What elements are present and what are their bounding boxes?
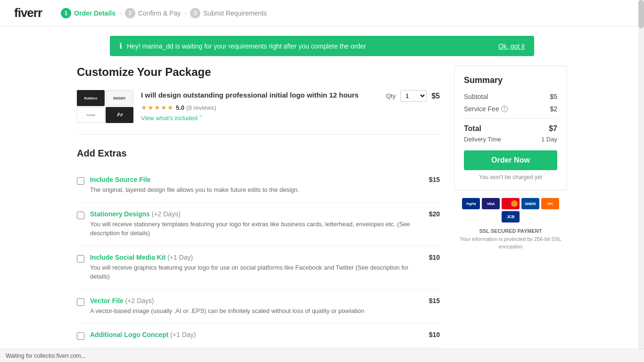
rating-score: 5.0 — [176, 104, 184, 111]
qty-label: Qty — [386, 92, 396, 99]
breadcrumb-step-1: 1 Order Details — [61, 8, 116, 18]
total-value: $7 — [549, 124, 557, 133]
step-label-1: Order Details — [74, 9, 116, 17]
extra-price-4: $10 — [429, 331, 440, 338]
extra-description-2: You will receive graphics featuring your… — [90, 263, 423, 281]
extra-content-3: Vector File (+2 Days) A vector-based ima… — [90, 297, 423, 316]
total-label: Total — [464, 124, 481, 133]
fiverr-logo: fiverr — [14, 6, 42, 20]
ok-got-it-link[interactable]: Ok, got it — [498, 42, 525, 50]
summary-total-row: Total $7 — [464, 124, 557, 133]
rating-stars: ★★★★★ — [141, 104, 174, 111]
extra-price-2: $10 — [429, 254, 440, 261]
summary-delivery-row: Delivery Time 1 Day — [464, 136, 557, 143]
extra-description-3: A vector-based image (usually .AI or .EP… — [90, 306, 423, 316]
summary-service-fee-row: Service Fee ? $2 — [464, 105, 557, 113]
summary-divider — [464, 118, 557, 119]
extra-item-1: Stationery Designs (+2 Days) You will re… — [77, 203, 440, 246]
view-included-link[interactable]: View what's included ˅ — [141, 115, 203, 122]
scrollbar-thumb[interactable] — [638, 0, 644, 28]
ssl-text: SSL SECURED PAYMENT Your information is … — [454, 227, 567, 251]
summary-subtotal-row: Subtotal $5 — [464, 93, 557, 100]
extra-name-4[interactable]: Additional Logo Concept (+1 Day) — [90, 331, 423, 338]
alert-banner: ℹ Hey! marina_dd is waiting for your req… — [110, 36, 534, 56]
status-text: Waiting for collector.fiverr.com... — [6, 353, 86, 359]
extra-name-0[interactable]: Include Source File — [90, 176, 423, 183]
left-column: Customize Your Package Rubbico DOGGY Gra… — [77, 66, 440, 348]
payment-icons: PayPal VISA DINERS DISC JCB — [454, 198, 567, 222]
extra-description-0: The original, layered design file allows… — [90, 185, 423, 195]
product-info: I will design outstanding professional i… — [141, 90, 379, 122]
main-container: Customize Your Package Rubbico DOGGY Gra… — [63, 66, 581, 362]
status-bar: Waiting for collector.fiverr.com... — [0, 349, 644, 362]
extra-item-2: Include Social Media Kit (+1 Day) You wi… — [77, 246, 440, 289]
extra-price-3: $15 — [429, 297, 440, 304]
extra-checkbox-2[interactable] — [77, 255, 84, 263]
subtotal-value: $5 — [550, 93, 557, 100]
extra-description-1: You will receive stationery templates fe… — [90, 220, 423, 238]
product-image-2: DOGGY — [106, 90, 133, 106]
extra-item-0: Include Source File The original, layere… — [77, 168, 440, 203]
rating-row: ★★★★★ 5.0 (8 reviews) — [141, 104, 379, 111]
right-column: Summary Subtotal $5 Service Fee ? $2 Tot… — [454, 66, 567, 348]
scrollbar-track[interactable] — [638, 0, 644, 362]
extra-checkbox-0[interactable] — [77, 177, 84, 185]
extra-content-2: Include Social Media Kit (+1 Day) You wi… — [90, 254, 423, 281]
step-circle-3: 3 — [190, 8, 200, 18]
extra-content-4: Additional Logo Concept (+1 Day) — [90, 331, 423, 338]
summary-panel: Summary Subtotal $5 Service Fee ? $2 Tot… — [454, 66, 567, 190]
breadcrumb-arrow-2: › — [184, 10, 186, 16]
extra-item-4: Additional Logo Concept (+1 Day) $10 — [77, 323, 440, 348]
step-label-2: Confirm & Pay — [138, 9, 181, 17]
not-charged-text: You won't be charged yet — [464, 174, 557, 181]
info-icon: ℹ — [119, 41, 122, 50]
extra-content-1: Stationery Designs (+2 Days) You will re… — [90, 210, 423, 238]
product-title: I will design outstanding professional i… — [141, 90, 379, 100]
product-card: Rubbico DOGGY Grandi ꌛF I will design ou… — [77, 90, 440, 135]
extra-name-1[interactable]: Stationery Designs (+2 Days) — [90, 210, 423, 218]
service-fee-label: Service Fee ? — [464, 105, 508, 113]
discover-icon: DISC — [541, 198, 559, 209]
extra-name-3[interactable]: Vector File (+2 Days) — [90, 297, 423, 304]
extra-item-3: Vector File (+2 Days) A vector-based ima… — [77, 289, 440, 324]
summary-title: Summary — [464, 75, 557, 85]
extra-content-0: Include Source File The original, layere… — [90, 176, 423, 195]
breadcrumb-arrow-1: › — [119, 10, 121, 16]
product-image-1: Rubbico — [77, 90, 105, 106]
extra-price-0: $15 — [429, 176, 440, 183]
extra-checkbox-3[interactable] — [77, 298, 84, 306]
visa-icon: VISA — [482, 198, 500, 209]
breadcrumb: 1 Order Details › 2 Confirm & Pay › 3 Su… — [61, 8, 267, 18]
product-qty-price: Qty 1 2 3 4 5 $5 — [386, 90, 440, 102]
page-title: Customize Your Package — [77, 66, 440, 79]
delivery-label: Delivery Time — [464, 136, 501, 143]
step-circle-1: 1 — [61, 8, 71, 18]
product-price: $5 — [431, 92, 440, 100]
mastercard-icon — [502, 198, 520, 209]
service-fee-help-icon[interactable]: ? — [501, 106, 508, 112]
alert-message: Hey! marina_dd is waiting for your requi… — [127, 42, 494, 50]
breadcrumb-step-2: 2 Confirm & Pay — [125, 8, 181, 18]
step-label-3: Submit Requirements — [203, 9, 267, 17]
breadcrumb-step-3: 3 Submit Requirements — [190, 8, 267, 18]
paypal-icon: PayPal — [462, 198, 480, 209]
header: fiverr 1 Order Details › 2 Confirm & Pay… — [0, 0, 644, 26]
qty-selector[interactable]: 1 2 3 4 5 — [400, 90, 427, 102]
diners-icon: DINERS — [521, 198, 539, 209]
extra-checkbox-4[interactable] — [77, 332, 84, 340]
subtotal-label: Subtotal — [464, 93, 488, 100]
extras-container: Include Source File The original, layere… — [77, 168, 440, 348]
add-extras-title: Add Extras — [77, 148, 440, 159]
extra-checkbox-1[interactable] — [77, 212, 84, 219]
delivery-value: 1 Day — [541, 136, 557, 143]
extra-price-1: $20 — [429, 210, 440, 218]
product-image-3: Grandi — [77, 107, 105, 123]
extra-name-2[interactable]: Include Social Media Kit (+1 Day) — [90, 254, 423, 261]
jcb-icon: JCB — [502, 211, 520, 222]
product-images: Rubbico DOGGY Grandi ꌛF — [77, 90, 133, 123]
rating-count: (8 reviews) — [186, 104, 216, 111]
product-image-4: ꌛF — [106, 107, 133, 123]
step-circle-2: 2 — [125, 8, 135, 18]
service-fee-value: $2 — [550, 105, 557, 113]
order-now-button[interactable]: Order Now — [464, 150, 557, 170]
